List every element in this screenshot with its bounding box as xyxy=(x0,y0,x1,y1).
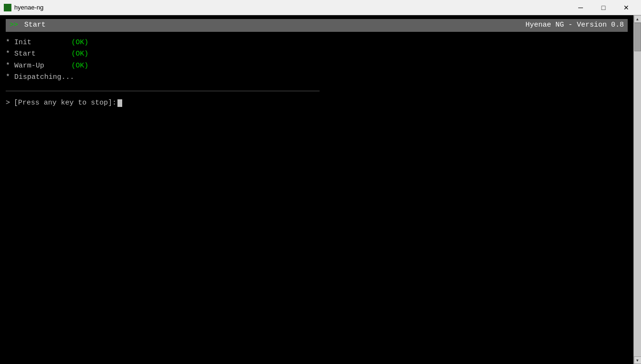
status-line-start: * Start (OK) xyxy=(6,49,628,60)
status-label-warmup: Warm-Up xyxy=(14,61,71,72)
divider xyxy=(6,91,320,91)
scrollbar-track[interactable] xyxy=(634,23,641,356)
window-controls: ─ □ ✕ xyxy=(570,0,637,15)
status-label-start: Start xyxy=(14,49,71,60)
terminal-content: >> Start Hyenae NG - Version 0.8 * Init … xyxy=(0,15,633,364)
main-window: hyenae-ng ─ □ ✕ >> Start Hyenae NG - Ver… xyxy=(0,0,641,364)
prompt-line: > [Press any key to stop]: xyxy=(6,98,628,109)
app-icon xyxy=(4,4,11,11)
minimize-button[interactable]: ─ xyxy=(570,0,592,15)
header-version: Hyenae NG - Version 0.8 xyxy=(525,20,624,31)
window-title: hyenae-ng xyxy=(14,4,570,11)
star-icon-warmup: * xyxy=(6,61,12,72)
header-title: Start xyxy=(24,20,525,31)
status-line-warmup: * Warm-Up (OK) xyxy=(6,61,628,72)
status-ok-start: (OK) xyxy=(71,49,88,60)
status-label-dispatching: Dispatching... xyxy=(14,72,74,83)
star-icon-init: * xyxy=(6,38,12,48)
header-arrows: >> xyxy=(10,20,18,31)
star-icon-dispatching: * xyxy=(6,72,12,83)
star-icon-start: * xyxy=(6,49,12,60)
status-label-init: Init xyxy=(14,38,71,48)
terminal-area: >> Start Hyenae NG - Version 0.8 * Init … xyxy=(0,15,641,364)
status-line-dispatching: * Dispatching... xyxy=(6,72,628,83)
cursor xyxy=(117,99,122,107)
status-ok-init: (OK) xyxy=(71,38,88,48)
status-ok-warmup: (OK) xyxy=(71,61,88,72)
prompt-text: [Press any key to stop]: xyxy=(14,98,117,109)
prompt-arrow: > xyxy=(6,98,10,109)
scrollbar-down-button[interactable]: ▼ xyxy=(634,356,641,364)
title-bar: hyenae-ng ─ □ ✕ xyxy=(0,0,641,15)
scrollbar-thumb[interactable] xyxy=(634,23,641,51)
scrollbar-up-button[interactable]: ▲ xyxy=(634,15,641,23)
status-line-init: * Init (OK) xyxy=(6,38,628,48)
terminal-header: >> Start Hyenae NG - Version 0.8 xyxy=(6,19,628,32)
close-button[interactable]: ✕ xyxy=(615,0,637,15)
scrollbar: ▲ ▼ xyxy=(633,15,641,364)
maximize-button[interactable]: □ xyxy=(592,0,614,15)
